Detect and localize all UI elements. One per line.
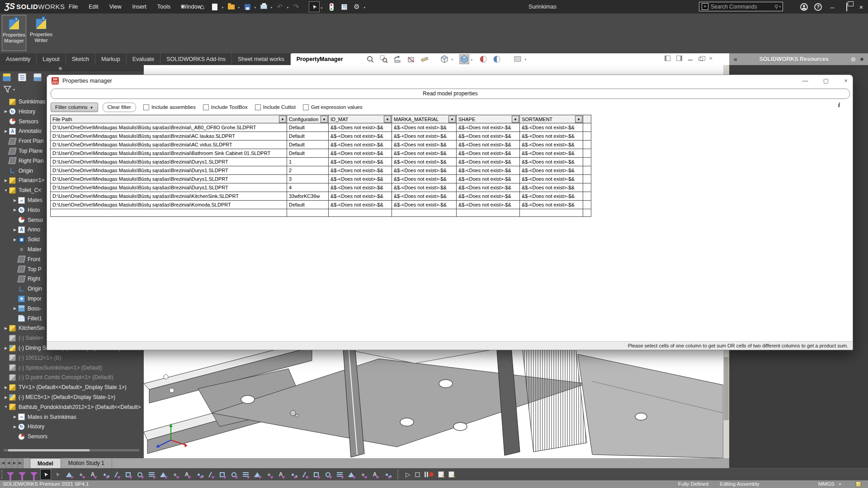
toolbar-drag-handle-2[interactable] [397, 470, 400, 479]
filter-blocks-icon[interactable] [311, 469, 321, 480]
user-account-icon[interactable] [800, 3, 808, 11]
edit-appearance-icon[interactable] [478, 54, 488, 64]
tree-item[interactable]: (-) D.point Combi Concept<1> (Default) [0, 372, 144, 382]
taskpane-pin-icon[interactable]: ★ [858, 55, 866, 63]
table-row[interactable]: D:\User\OneDrive\Mindaugas Masiulis\Būst… [50, 201, 591, 209]
table-row[interactable]: D:\User\OneDrive\Mindaugas Masiulis\Būst… [50, 192, 591, 201]
cell-file_path[interactable]: D:\User\OneDrive\Mindaugas Masiulis\Būst… [50, 201, 287, 209]
collapsed-arrow-icon[interactable]: ▶ [12, 425, 18, 429]
cell-file_path[interactable]: D:\User\OneDrive\Mindaugas Masiulis\Būst… [50, 166, 287, 175]
column-filter-icon[interactable]: ▼ [279, 116, 286, 123]
clear-all-filters-icon[interactable] [17, 469, 28, 480]
empty-cell[interactable] [520, 209, 583, 217]
restore-button[interactable] [843, 3, 851, 11]
empty-cell[interactable] [329, 209, 392, 217]
filter-dimensions-icon[interactable] [217, 469, 227, 480]
rebuild-icon[interactable] [326, 1, 337, 12]
cell-shape[interactable]: &$-<Does not exist>-$& [457, 149, 520, 158]
dialog-minimize-button[interactable]: — [798, 77, 812, 85]
cell-configuration[interactable]: 3 [287, 175, 329, 183]
filter-geometric-tolerances-icon[interactable] [240, 469, 251, 480]
tab-propertymanager[interactable]: PropertyManager [291, 53, 349, 65]
view-settings-icon[interactable]: ▾ [513, 54, 523, 64]
filter-centerline-icon[interactable] [205, 469, 216, 480]
filter-datums-icon[interactable]: A [275, 469, 286, 480]
checkbox-box[interactable] [255, 104, 261, 110]
column-header-marka_material[interactable]: MARKA_MATERIAL▼ [392, 115, 457, 123]
empty-cell[interactable] [287, 209, 329, 217]
collapsed-arrow-icon[interactable]: ▶ [12, 415, 18, 419]
checkbox-include-toolbox[interactable]: Include ToolBox [203, 104, 248, 110]
cell-sortament[interactable]: &$-<Does not exist>-$& [520, 149, 583, 158]
clear-filter-button[interactable]: Clear filter [103, 103, 136, 112]
cell-shape[interactable]: &$-<Does not exist>-$& [457, 132, 520, 141]
cell-configuration[interactable]: 2 [287, 166, 329, 175]
filter-center-marks-icon[interactable] [193, 469, 204, 480]
cell-file_path[interactable]: D:\User\OneDrive\Mindaugas Masiulis\Būst… [50, 149, 287, 158]
search-icon[interactable]: ⚲ [774, 4, 778, 10]
column-header-sortament[interactable]: SORTAMENT▼ [520, 115, 583, 123]
empty-cell[interactable] [457, 209, 520, 217]
filter-midpoints-icon[interactable]: A [181, 469, 192, 480]
cell-id_mat[interactable]: &$-<Does not exist>-$& [329, 149, 392, 158]
expanded-arrow-icon[interactable]: ▼ [3, 405, 9, 409]
cell-id_mat[interactable]: &$-<Does not exist>-$& [329, 183, 392, 192]
save-icon[interactable]: ▾ [242, 1, 253, 12]
cell-file_path[interactable]: D:\User\OneDrive\Mindaugas Masiulis\Būst… [50, 123, 287, 132]
filter-sketch-points-icon[interactable] [146, 469, 157, 480]
tab-motion-study-1[interactable]: Motion Study 1 [61, 458, 112, 468]
cell-shape[interactable]: &$-<Does not exist>-$& [457, 141, 520, 149]
cell-sortament[interactable]: &$-<Does not exist>-$& [520, 123, 583, 132]
tab-sheet-metal-works[interactable]: Sheet metal works [232, 53, 291, 65]
pane-left-icon[interactable] [665, 56, 670, 61]
cell-configuration[interactable]: Default [287, 141, 329, 149]
tree-item[interactable]: ▶(-) MEC5<1> (Default<Display State-1>) [0, 392, 144, 402]
table-row[interactable]: D:\User\OneDrive\Mindaugas Masiulis\Būst… [50, 149, 591, 158]
cell-id_mat[interactable]: &$-<Does not exist>-$& [329, 132, 392, 141]
cell-shape[interactable]: &$-<Does not exist>-$& [457, 123, 520, 132]
cell-marka_material[interactable]: &$-<Does not exist>-$& [392, 175, 457, 183]
pin-menu-icon[interactable]: ★ [180, 3, 185, 10]
tree-item[interactable]: ▼Bathtub_PondokIndah2012<1> (Default<<De… [0, 402, 144, 412]
cell-file_path[interactable]: D:\User\OneDrive\Mindaugas Masiulis\Būst… [50, 183, 287, 192]
empty-cell[interactable] [392, 209, 457, 217]
tab-markup[interactable]: Markup [95, 53, 127, 65]
first-tab-icon[interactable]: |◀ [0, 458, 6, 468]
filter-edges-icon[interactable]: + [75, 469, 86, 480]
tab-sketch[interactable]: Sketch [66, 53, 95, 65]
lasso-select-icon[interactable]: ➤ [52, 469, 63, 480]
tree-item[interactable]: ▶∞Mates in Surinkimas [0, 412, 144, 422]
checkbox-box[interactable] [303, 104, 309, 110]
featuremanager-tab-icon[interactable] [3, 73, 11, 81]
help-icon[interactable]: ? [814, 3, 822, 11]
record-icon[interactable] [425, 472, 434, 477]
cell-id_mat[interactable]: &$-<Does not exist>-$& [329, 123, 392, 132]
menu-view[interactable]: View [104, 0, 127, 14]
collapsed-arrow-icon[interactable]: ▶ [12, 228, 18, 232]
search-input[interactable]: Search Commands [711, 4, 774, 10]
cell-sortament[interactable]: &$-<Does not exist>-$& [520, 183, 583, 192]
select-icon[interactable]: ➤ [40, 469, 51, 480]
tree-filter[interactable]: ▾ [4, 86, 15, 93]
cell-marka_material[interactable]: &$-<Does not exist>-$& [392, 183, 457, 192]
table-empty-row[interactable] [50, 209, 591, 217]
home-icon[interactable]: ⌂ [197, 1, 208, 12]
menu-tools[interactable]: Tools [152, 0, 176, 14]
cell-marka_material[interactable]: &$-<Does not exist>-$& [392, 158, 457, 166]
cell-marka_material[interactable]: &$-<Does not exist>-$& [392, 123, 457, 132]
expanded-arrow-icon[interactable]: ▼ [3, 188, 9, 192]
checkbox-include-assemblies[interactable]: Include assemblies [143, 104, 196, 110]
cell-file_path[interactable]: D:\User\OneDrive\Mindaugas Masiulis\Būst… [50, 158, 287, 166]
taskpane-gear-icon[interactable]: ⚙ [851, 56, 856, 63]
column-header-shape[interactable]: SHAPE▼ [457, 115, 520, 123]
filter-columns-button[interactable]: Filter columns▼ [51, 103, 98, 112]
tree-horizontal-scrollbar[interactable] [4, 449, 139, 451]
close-button[interactable]: × [857, 3, 865, 11]
zoom-to-area-icon[interactable] [379, 54, 389, 64]
menu-file[interactable]: File [63, 0, 83, 14]
select-cursor-icon[interactable]: ➤▾ [309, 1, 320, 12]
filter-sketches-icon[interactable] [158, 469, 169, 480]
filter-weld-symbols-icon[interactable] [287, 469, 298, 480]
redo-icon[interactable]: ↷ [291, 1, 302, 12]
tab-evaluate[interactable]: Evaluate [127, 53, 161, 65]
